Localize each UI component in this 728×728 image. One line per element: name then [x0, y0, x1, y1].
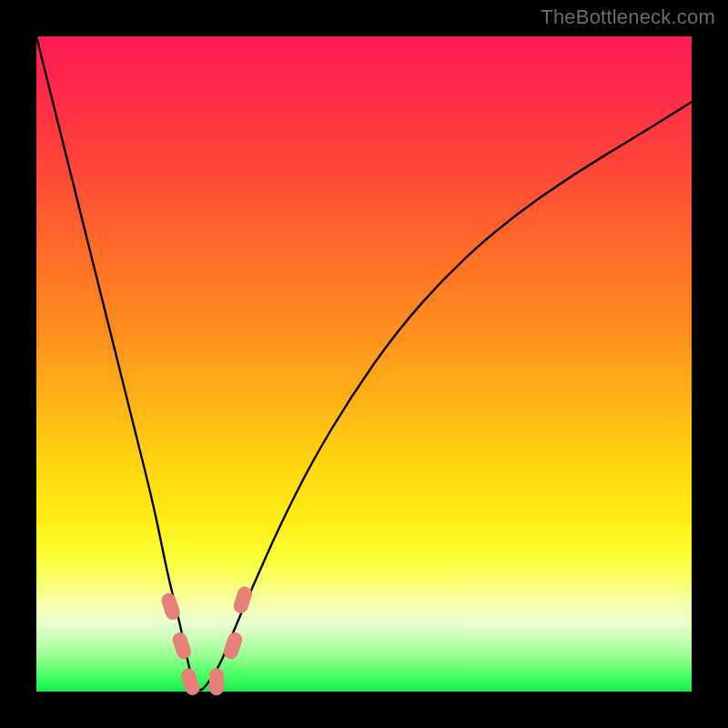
bottleneck-curve: [36, 36, 692, 692]
watermark-text: TheBottleneck.com: [541, 5, 715, 29]
curve-marker: [171, 631, 193, 661]
curve-marker: [222, 631, 244, 661]
curve-marker: [179, 666, 201, 696]
curve-marker: [209, 668, 224, 695]
chart-frame: TheBottleneck.com: [0, 0, 728, 728]
plot-area: [36, 36, 692, 692]
